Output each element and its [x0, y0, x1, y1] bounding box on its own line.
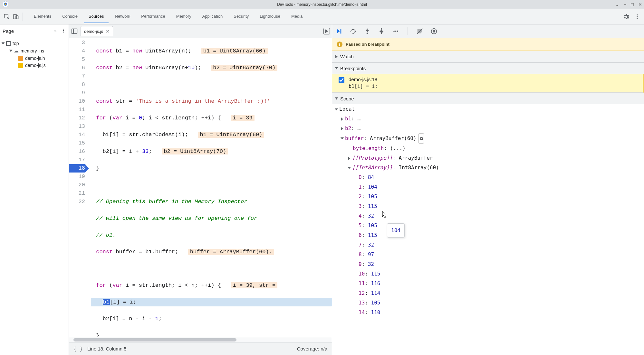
scope-array-item[interactable]: 12: 114: [332, 288, 644, 298]
scope-array-item[interactable]: 7: 32: [332, 240, 644, 250]
step-into-icon[interactable]: [364, 28, 371, 35]
separator: [23, 13, 23, 21]
debugger-pane: i Paused on breakpoint Watch Breakpoints…: [332, 24, 644, 355]
scope-array-item[interactable]: 11: 116: [332, 279, 644, 288]
debugger-toolbar: [332, 24, 644, 38]
close-tab-icon[interactable]: ✕: [106, 29, 110, 34]
tree-file-label: demo-js.h: [25, 56, 45, 61]
code-area[interactable]: const b1 = new Uint8Array(n); b1 = Uint8…: [88, 38, 332, 337]
svg-rect-2: [16, 15, 18, 19]
section-watch[interactable]: Watch: [332, 51, 644, 62]
step-icon[interactable]: [392, 28, 399, 35]
scope-prototype[interactable]: [[Prototype]]: ArrayBuffer: [332, 153, 644, 163]
tab-performance[interactable]: Performance: [137, 10, 169, 23]
more-vert-icon[interactable]: [634, 13, 641, 20]
svg-rect-9: [72, 29, 77, 33]
editor-tab-label: demo-js.js: [84, 29, 103, 34]
chevron-down-icon: [9, 50, 13, 52]
svg-point-8: [63, 32, 64, 33]
tab-media[interactable]: Media: [287, 10, 307, 23]
section-watch-label: Watch: [340, 54, 354, 59]
window-chevron-icon[interactable]: ⌄: [615, 2, 619, 7]
scope-array-item[interactable]: 14: 110: [332, 308, 644, 317]
chevron-down-icon: [2, 42, 5, 45]
scope-array-item[interactable]: 6: 115: [332, 230, 644, 240]
js-file-icon: [18, 63, 23, 68]
scope-array-item[interactable]: 13: 105: [332, 298, 644, 308]
scope-array-item[interactable]: 5: 105: [332, 221, 644, 230]
chevron-right-icon: [335, 55, 338, 58]
editor-tab[interactable]: demo-js.js ✕: [81, 26, 113, 36]
svg-point-15: [367, 33, 368, 34]
tab-security[interactable]: Security: [229, 10, 253, 23]
cursor-position: Line 18, Column 5: [87, 346, 127, 351]
deactivate-breakpoints-icon[interactable]: [416, 28, 423, 35]
inline-hint: b2 = Uint8Array(70): [211, 65, 277, 71]
tree-top[interactable]: top: [0, 40, 69, 47]
tree-file-html[interactable]: demo-js.h: [0, 55, 69, 62]
separator: [408, 27, 408, 35]
resume-icon[interactable]: [335, 28, 342, 35]
tab-memory[interactable]: Memory: [172, 10, 196, 23]
breakpoint-checkbox[interactable]: [339, 77, 344, 83]
scope-var-b1[interactable]: b1: …: [332, 114, 644, 124]
window-close-icon[interactable]: ✕: [638, 2, 642, 7]
tab-elements[interactable]: Elements: [29, 10, 56, 23]
step-over-icon[interactable]: [350, 28, 357, 35]
tree-top-label: top: [13, 41, 19, 46]
line-gutter[interactable]: 3456789 1011121314151617 1819202122: [69, 38, 88, 337]
pause-on-exceptions-icon[interactable]: [430, 28, 437, 35]
scope-array-item[interactable]: 8: 97: [332, 250, 644, 259]
settings-gear-icon[interactable]: [623, 13, 630, 20]
device-toolbar-icon[interactable]: [12, 13, 19, 20]
navigator-more-tabs-icon[interactable]: »: [54, 29, 56, 33]
svg-point-17: [397, 30, 398, 32]
navigator-kebab-icon[interactable]: [61, 28, 66, 34]
tab-network[interactable]: Network: [111, 10, 135, 23]
svg-rect-21: [434, 30, 435, 32]
scope-array-item[interactable]: 3: 115: [332, 201, 644, 211]
scope-int8array[interactable]: [[Int8Array]]: Int8Array(60): [332, 163, 644, 173]
devtools-tabbar: Elements Console Sources Network Perform…: [0, 9, 644, 24]
svg-rect-20: [433, 30, 434, 32]
scope-var-b2[interactable]: b2: …: [332, 124, 644, 133]
breakpoint-row[interactable]: demo-js.js:18 b1[i] = i;: [332, 74, 644, 93]
step-out-icon[interactable]: [378, 28, 385, 35]
inspect-element-icon[interactable]: [3, 13, 10, 20]
pretty-print-icon[interactable]: { }: [73, 346, 83, 352]
window-minimize-icon[interactable]: −: [624, 2, 626, 7]
breakpoint-location: demo-js.js:18: [349, 77, 378, 82]
toggle-navigator-icon[interactable]: [71, 28, 78, 35]
scope-array-item[interactable]: 9: 32: [332, 259, 644, 269]
section-scope[interactable]: Scope: [332, 93, 644, 104]
scope-array-item[interactable]: 1: 104: [332, 182, 644, 192]
inline-hint: i = 39: [231, 115, 255, 121]
tab-application[interactable]: Application: [198, 10, 227, 23]
scope-bytelength[interactable]: byteLength: (...): [332, 144, 644, 153]
tree-domain[interactable]: ☁ memory-ins: [0, 47, 69, 55]
run-snippet-icon[interactable]: [323, 28, 330, 34]
tab-console[interactable]: Console: [58, 10, 82, 23]
inline-hint: b1 = Uint8Array(60): [198, 132, 264, 138]
svg-point-6: [63, 29, 64, 30]
scope-array-item[interactable]: 0: 84: [332, 173, 644, 182]
navigator-page-tab[interactable]: Page: [3, 28, 14, 34]
svg-rect-1: [14, 14, 17, 19]
scope-var-buffer[interactable]: buffer: ArrayBuffer(60)⧉: [332, 133, 644, 144]
memory-inspector-chip-icon[interactable]: ⧉: [418, 133, 424, 144]
scope-array-item[interactable]: 4: 32: [332, 211, 644, 221]
cloud-icon: ☁: [14, 48, 19, 54]
tab-sources[interactable]: Sources: [84, 10, 109, 23]
scope-array-item[interactable]: 2: 105: [332, 192, 644, 201]
tree-file-js[interactable]: demo-js.js: [0, 62, 69, 69]
chevron-down-icon: [335, 98, 338, 100]
window-maximize-icon[interactable]: □: [631, 2, 634, 7]
sources-navigator: Page » top ☁ memory-ins demo-js.h: [0, 24, 69, 355]
tab-lighthouse[interactable]: Lighthouse: [255, 10, 285, 23]
scope-local[interactable]: Local: [332, 104, 644, 114]
section-breakpoints[interactable]: Breakpoints: [332, 62, 644, 74]
editor-h-scrollbar[interactable]: [69, 337, 332, 342]
scope-array-item[interactable]: 10: 115: [332, 269, 644, 279]
scope-tree[interactable]: Local b1: … b2: … buffer: ArrayBuffer(60…: [332, 104, 644, 355]
tree-domain-label: memory-ins: [21, 48, 44, 53]
